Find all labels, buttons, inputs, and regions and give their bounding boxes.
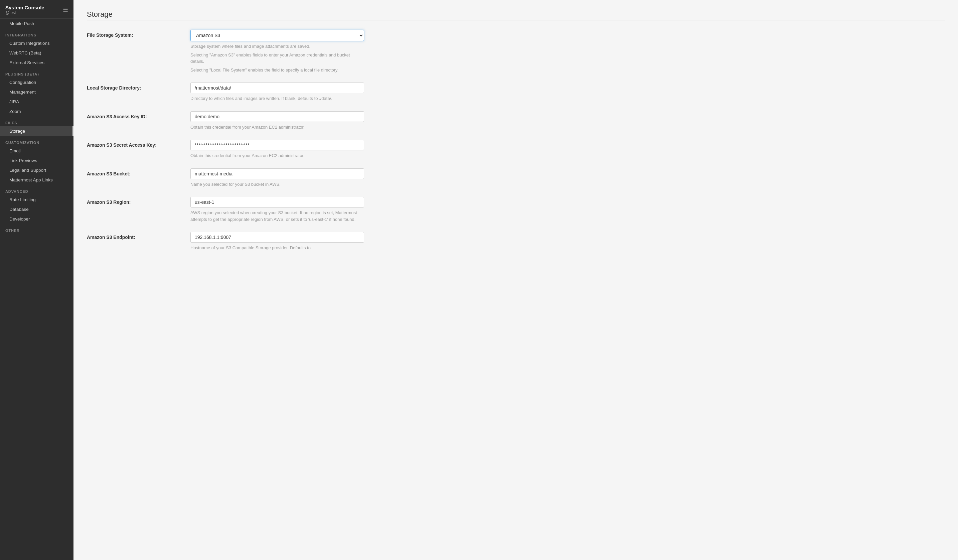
- form-help-file-storage-system: Selecting "Amazon S3" enables fields to …: [190, 52, 364, 65]
- form-help-amazon-s3-access-key-id: Obtain this credential from your Amazon …: [190, 124, 364, 131]
- sidebar-item-database[interactable]: Database: [0, 205, 73, 214]
- sidebar-item-emoji[interactable]: Emoji: [0, 146, 73, 156]
- form-row-amazon-s3-access-key-id: Amazon S3 Access Key ID:Obtain this cred…: [87, 111, 945, 131]
- sidebar-section-label: OTHER: [0, 224, 73, 234]
- sidebar-header: System Console @test ☰: [0, 0, 73, 19]
- file-storage-system-select[interactable]: Local File SystemAmazon S3: [190, 30, 364, 41]
- sidebar-item-zoom[interactable]: Zoom: [0, 106, 73, 116]
- form-field-file-storage-system: Local File SystemAmazon S3Storage system…: [190, 30, 364, 73]
- form-label-amazon-s3-region: Amazon S3 Region:: [87, 197, 190, 205]
- form-row-local-storage-directory: Local Storage Directory:Directory to whi…: [87, 82, 945, 102]
- app-title: System Console: [5, 5, 44, 10]
- form-field-amazon-s3-bucket: Name you selected for your S3 bucket in …: [190, 168, 364, 188]
- form-label-local-storage-directory: Local Storage Directory:: [87, 82, 190, 90]
- form-field-local-storage-directory: Directory to which files and images are …: [190, 82, 364, 102]
- hamburger-icon[interactable]: ☰: [63, 6, 68, 14]
- form-field-amazon-s3-secret-access-key: Obtain this credential from your Amazon …: [190, 140, 364, 159]
- sidebar-item-management[interactable]: Management: [0, 87, 73, 97]
- sidebar-item-external-services[interactable]: External Services: [0, 58, 73, 68]
- form-help-amazon-s3-bucket: Name you selected for your S3 bucket in …: [190, 181, 364, 188]
- amazon-s3-endpoint-input[interactable]: [190, 232, 364, 243]
- form-field-amazon-s3-endpoint: Hostname of your S3 Compatible Storage p…: [190, 232, 364, 251]
- form-help-amazon-s3-endpoint: Hostname of your S3 Compatible Storage p…: [190, 244, 364, 251]
- amazon-s3-bucket-input[interactable]: [190, 168, 364, 179]
- sidebar-section-label: INTEGRATIONS: [0, 29, 73, 38]
- sidebar-item-mattermost-app-links[interactable]: Mattermost App Links: [0, 175, 73, 185]
- local-storage-directory-input[interactable]: [190, 82, 364, 93]
- form-label-amazon-s3-access-key-id: Amazon S3 Access Key ID:: [87, 111, 190, 119]
- form-row-amazon-s3-bucket: Amazon S3 Bucket:Name you selected for y…: [87, 168, 945, 188]
- sidebar-section-label: FILES: [0, 116, 73, 126]
- sidebar-item-link-previews[interactable]: Link Previews: [0, 156, 73, 165]
- sidebar-section-label: PLUGINS (BETA): [0, 68, 73, 78]
- sidebar-item-webrtc-beta[interactable]: WebRTC (Beta): [0, 48, 73, 58]
- app-subtitle: @test: [5, 10, 44, 15]
- form-help-file-storage-system: Selecting "Local File System" enables th…: [190, 67, 364, 73]
- form-field-amazon-s3-access-key-id: Obtain this credential from your Amazon …: [190, 111, 364, 131]
- form-row-amazon-s3-endpoint: Amazon S3 Endpoint:Hostname of your S3 C…: [87, 232, 945, 251]
- sidebar-item-mobile-push[interactable]: Mobile Push: [0, 19, 73, 29]
- sidebar: System Console @test ☰ Mobile PushINTEGR…: [0, 0, 73, 560]
- sidebar-section-label: ADVANCED: [0, 185, 73, 195]
- sidebar-nav: Mobile PushINTEGRATIONSCustom Integratio…: [0, 19, 73, 234]
- page-divider: [87, 20, 945, 21]
- sidebar-item-developer[interactable]: Developer: [0, 214, 73, 224]
- form-label-amazon-s3-bucket: Amazon S3 Bucket:: [87, 168, 190, 176]
- form-help-amazon-s3-secret-access-key: Obtain this credential from your Amazon …: [190, 152, 364, 159]
- form-row-amazon-s3-region: Amazon S3 Region:AWS region you selected…: [87, 197, 945, 222]
- amazon-s3-secret-access-key-input[interactable]: [190, 140, 364, 150]
- form-help-amazon-s3-region: AWS region you selected when creating yo…: [190, 209, 364, 222]
- storage-form: File Storage System:Local File SystemAma…: [87, 30, 945, 251]
- form-help-local-storage-directory: Directory to which files and images are …: [190, 95, 364, 102]
- amazon-s3-region-input[interactable]: [190, 197, 364, 208]
- sidebar-item-jira[interactable]: JIRA: [0, 97, 73, 106]
- form-row-file-storage-system: File Storage System:Local File SystemAma…: [87, 30, 945, 73]
- form-label-amazon-s3-secret-access-key: Amazon S3 Secret Access Key:: [87, 140, 190, 148]
- page-title: Storage: [87, 10, 945, 19]
- form-help-file-storage-system: Storage system where files and image att…: [190, 43, 364, 50]
- main-content: Storage File Storage System:Local File S…: [73, 0, 958, 560]
- sidebar-item-configuration[interactable]: Configuration: [0, 78, 73, 87]
- sidebar-item-storage[interactable]: Storage: [0, 126, 73, 136]
- form-row-amazon-s3-secret-access-key: Amazon S3 Secret Access Key:Obtain this …: [87, 140, 945, 159]
- form-field-amazon-s3-region: AWS region you selected when creating yo…: [190, 197, 364, 222]
- sidebar-item-rate-limiting[interactable]: Rate Limiting: [0, 195, 73, 205]
- sidebar-section-label: CUSTOMIZATION: [0, 136, 73, 146]
- amazon-s3-access-key-id-input[interactable]: [190, 111, 364, 122]
- sidebar-item-custom-integrations[interactable]: Custom Integrations: [0, 38, 73, 48]
- form-label-amazon-s3-endpoint: Amazon S3 Endpoint:: [87, 232, 190, 240]
- form-label-file-storage-system: File Storage System:: [87, 30, 190, 38]
- sidebar-item-legal-and-support[interactable]: Legal and Support: [0, 165, 73, 175]
